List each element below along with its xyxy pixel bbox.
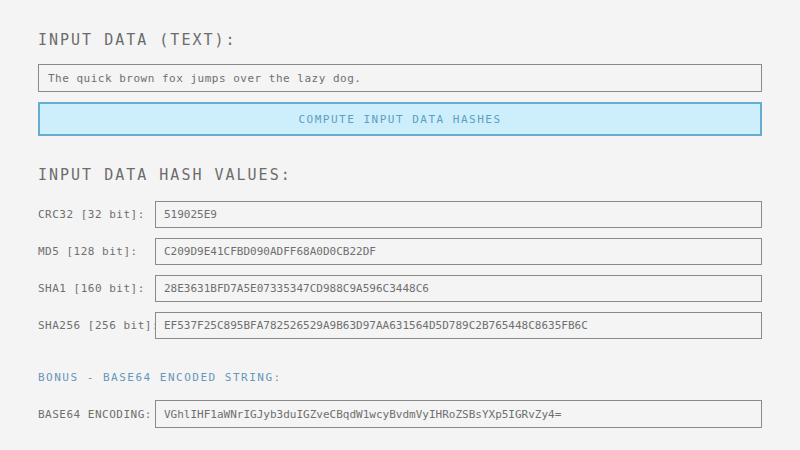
input-data-text-field[interactable] (38, 64, 762, 92)
crc32-value-field[interactable] (155, 201, 762, 228)
hash-row-sha256: SHA256 [256 bit]: (38, 312, 762, 339)
base64-label: BASE64 ENCODING: (38, 400, 155, 428)
base64-value-field[interactable] (155, 400, 762, 428)
hash-row-crc32: CRC32 [32 bit]: (38, 201, 762, 228)
hash-row-md5: MD5 [128 bit]: (38, 238, 762, 265)
sha1-value-field[interactable] (155, 275, 762, 302)
md5-label: MD5 [128 bit]: (38, 238, 155, 265)
hash-values-heading: INPUT DATA HASH VALUES: (38, 136, 762, 184)
hash-rows: CRC32 [32 bit]: MD5 [128 bit]: SHA1 [160… (38, 201, 762, 339)
md5-value-field[interactable] (155, 238, 762, 265)
crc32-label: CRC32 [32 bit]: (38, 201, 155, 228)
sha256-label: SHA256 [256 bit]: (38, 312, 155, 339)
page-content: INPUT DATA (TEXT): COMPUTE INPUT DATA HA… (0, 0, 800, 428)
sha1-label: SHA1 [160 bit]: (38, 275, 155, 302)
base64-row: BASE64 ENCODING: (38, 400, 762, 428)
sha256-value-field[interactable] (155, 312, 762, 339)
hash-row-sha1: SHA1 [160 bit]: (38, 275, 762, 302)
compute-hashes-button[interactable]: COMPUTE INPUT DATA HASHES (38, 102, 762, 136)
input-data-heading: INPUT DATA (TEXT): (38, 0, 762, 49)
bonus-base64-heading: BONUS - BASE64 ENCODED STRING: (38, 349, 762, 400)
